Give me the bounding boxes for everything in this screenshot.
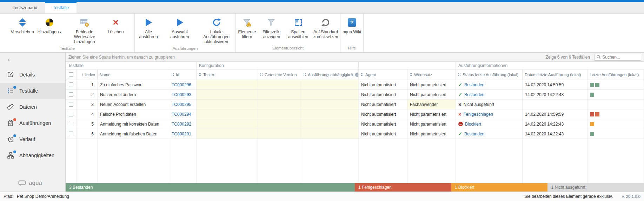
tab-testszenario[interactable]: Testszenario (5, 2, 45, 13)
sidebar-item-abhaengigkeiten[interactable]: Abhängigkeiten (0, 147, 65, 163)
select-all-checkbox[interactable] (69, 72, 73, 77)
select-columns-button[interactable]: Spalten auswählen (285, 16, 311, 40)
cell-agent: Nicht automatisiert (359, 90, 407, 99)
table-row[interactable]: 5 Anmeldung mit korrekten Daten TC000292… (66, 119, 644, 129)
sidebar-item-verlauf[interactable]: Verlauf (0, 131, 65, 147)
cell-getestete-version[interactable] (258, 80, 301, 89)
header-letzte-ausfuehrungen[interactable]: Letzte Ausführungen (lokal) (587, 69, 644, 80)
status-icon: × (458, 112, 461, 117)
cell-getestete-version[interactable] (258, 100, 301, 109)
reset-default-button[interactable]: Auf Standard zurücksetzen (311, 16, 340, 40)
help-icon[interactable]: ? (355, 73, 359, 77)
header-label: Letzte Ausführungen (lokal) (590, 73, 639, 77)
row-checkbox[interactable] (69, 102, 73, 107)
testcase-id-link[interactable]: TC000293 (172, 92, 191, 97)
testcase-id-link[interactable]: TC000295 (172, 102, 191, 107)
row-checkbox[interactable] (69, 92, 73, 97)
sidebar-item-dateien[interactable]: Dateien (0, 99, 65, 115)
sidebar-item-details[interactable]: Details (0, 67, 65, 83)
execution-history-square (590, 112, 594, 116)
header-status-letzte-ausfuehrung[interactable]: Status letzte Ausführung (lokal) (456, 69, 523, 80)
row-checkbox[interactable] (69, 122, 73, 126)
run-all-button[interactable]: Alle ausführen (135, 16, 162, 40)
cell-ausfuehrungsabhaengigkeit[interactable] (301, 119, 359, 129)
cell-getestete-version[interactable] (258, 90, 301, 99)
cell-tester[interactable] (197, 90, 258, 99)
status-link[interactable]: Blockiert (465, 122, 481, 127)
cell-ausfuehrungsabhaengigkeit[interactable] (301, 90, 359, 99)
sidebar-collapse-button[interactable]: ‹ (0, 53, 65, 67)
show-filter-row-button[interactable]: Filterzeile anzeigen (258, 16, 285, 40)
cell-index: 2 (77, 90, 98, 99)
aqua-logo: aqua (0, 180, 65, 187)
sidebar: ‹ Details (0, 53, 66, 192)
header-label: Tester (203, 73, 214, 77)
header-index[interactable]: ↑Index (77, 69, 98, 80)
cell-getestete-version[interactable] (258, 129, 301, 139)
header-name[interactable]: Name (98, 69, 169, 80)
header-getestete-version[interactable]: Getestete Version (258, 69, 301, 80)
button-label: Auf Standard zurücksetzen (313, 30, 338, 40)
table-row[interactable]: 6 Anmeldung mit falschen Daten TC000291 … (66, 129, 644, 139)
testcase-id-link[interactable]: TC000292 (172, 122, 191, 127)
status-link[interactable]: Bestanden (464, 132, 484, 136)
row-checkbox[interactable] (69, 112, 73, 116)
sidebar-item-testfaelle[interactable]: Testfälle (0, 83, 65, 99)
status-icon: ✓ (458, 82, 462, 87)
header-label: Getestete Version (265, 73, 297, 77)
run-selection-icon (175, 16, 184, 28)
sidebar-item-ausfuehrungen[interactable]: Ausführungen (0, 115, 65, 131)
cell-getestete-version[interactable] (258, 119, 301, 129)
header-tester[interactable]: Tester (197, 69, 258, 80)
cell-ausfuehrungsabhaengigkeit[interactable] (301, 100, 359, 109)
aqua-wiki-button[interactable]: ? aqua Wiki (341, 16, 363, 35)
table-row[interactable]: 3 Neuen Account erstellen TC000295 Nicht… (66, 100, 644, 109)
filter-glyph-icon (171, 73, 174, 76)
header-label: Ausführungsabhängigkeit (308, 73, 353, 77)
cell-tester[interactable] (197, 80, 258, 89)
tab-testfaelle[interactable]: Testfälle (45, 2, 77, 13)
testcase-id-link[interactable]: TC000294 (172, 112, 191, 117)
testcase-grid: Ziehen Sie eine Spalte hierhin, um danac… (66, 53, 644, 192)
cell-tester[interactable] (197, 119, 258, 129)
header-select-all[interactable] (66, 69, 77, 80)
cell-tester[interactable] (197, 129, 258, 139)
delete-button[interactable]: × Löschen (106, 16, 125, 35)
filter-glyph-icon (260, 73, 263, 76)
status-link[interactable]: Fehlgeschlagen (463, 112, 493, 117)
search-box[interactable] (594, 54, 641, 61)
header-wertesatz[interactable]: Wertesatz (407, 69, 456, 80)
move-button[interactable]: Verschieben (9, 16, 36, 35)
run-selection-button[interactable]: Auswahl ausführen (162, 16, 197, 40)
filter-elements-button[interactable]: Elemente filtern (236, 16, 258, 40)
cell-ausfuehrungsabhaengigkeit[interactable] (301, 80, 359, 89)
header-id[interactable]: Id (169, 69, 197, 80)
status-link[interactable]: Bestanden (464, 92, 484, 97)
header-agent[interactable]: Agent (359, 69, 407, 80)
table-row[interactable]: 2 Nutzerprofil ändern TC000293 Nicht aut… (66, 90, 644, 100)
row-checkbox-cell (66, 119, 77, 129)
filter-glyph-icon (410, 73, 412, 76)
table-row[interactable]: 4 Falsche Profildaten TC000294 Nicht aut… (66, 109, 644, 119)
row-checkbox[interactable] (69, 132, 73, 136)
testcase-id-link[interactable]: TC000296 (172, 82, 191, 87)
ribbon-spacer (364, 14, 644, 52)
header-ausfuehrungsabhaengigkeit[interactable]: Ausführungsabhängigkeit? (301, 69, 359, 80)
cell-status: ✓Bestanden (456, 90, 523, 99)
add-button[interactable]: Hinzufügen ▾ (36, 16, 63, 35)
testcase-id-link[interactable]: TC000291 (172, 132, 191, 136)
status-link[interactable]: Nicht ausgeführt (464, 102, 494, 107)
table-row[interactable]: 1 Zu einfaches Passwort TC000296 Nicht a… (66, 80, 644, 90)
header-datum-letzte-ausfuehrung[interactable]: Datum letzte Ausführung (lokal) (523, 69, 587, 80)
status-link[interactable]: Bestanden (464, 82, 484, 87)
cell-ausfuehrungsabhaengigkeit[interactable] (301, 109, 359, 119)
add-missing-valuesets-button[interactable]: Fehlende Wertesätze hinzufügen (63, 16, 106, 45)
cell-tester[interactable] (197, 100, 258, 109)
row-checkbox[interactable] (69, 82, 73, 87)
cell-ausfuehrungsabhaengigkeit[interactable] (301, 129, 359, 139)
cell-index: 3 (77, 100, 98, 109)
refresh-local-executions-button[interactable]: Lokale Ausführungen aktualisieren (197, 16, 235, 45)
search-input[interactable] (602, 55, 639, 60)
cell-tester[interactable] (197, 109, 258, 119)
cell-getestete-version[interactable] (258, 109, 301, 119)
